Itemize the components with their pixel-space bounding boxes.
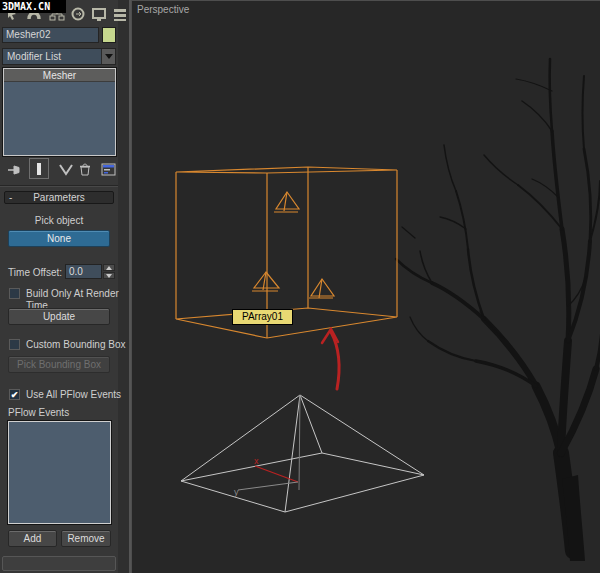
spinner-up-button[interactable] — [103, 264, 115, 271]
pick-bounding-box-button[interactable]: Pick Bounding Box — [8, 356, 110, 373]
spinner-down-button[interactable] — [103, 272, 115, 279]
axis-x-label: x — [254, 456, 259, 466]
pyramid-object[interactable] — [181, 395, 424, 512]
object-name-tooltip: PArray01 — [232, 309, 293, 325]
rollout-title: Parameters — [33, 192, 85, 203]
command-panel: 3DMAX.CN Mesher02 Modifier List — [0, 0, 131, 573]
panel-separator — [0, 185, 118, 187]
modifier-list-label: Modifier List — [7, 51, 61, 62]
custom-bounding-box-checkbox[interactable] — [9, 339, 20, 350]
utilities-tab-icon[interactable] — [111, 5, 128, 22]
display-tab-icon[interactable] — [90, 5, 107, 22]
perspective-viewport[interactable]: x y Perspective PArray01 — [131, 0, 600, 573]
make-unique-icon[interactable] — [57, 160, 75, 178]
modifier-stack-toolbar — [0, 158, 118, 180]
modifier-stack-item[interactable]: Mesher — [4, 69, 115, 82]
modifier-stack-list[interactable]: Mesher — [3, 68, 116, 156]
use-all-pflow-label: Use All PFlow Events — [26, 389, 121, 401]
object-name-field[interactable]: Mesher02 — [2, 27, 99, 43]
pin-stack-icon[interactable] — [5, 160, 23, 178]
panel-right-strip — [118, 0, 129, 573]
motion-tab-icon[interactable] — [69, 5, 86, 22]
particle-tetra-2 — [252, 272, 279, 291]
pick-object-label: Pick object — [0, 215, 118, 227]
axis-gizmo: x y — [234, 456, 298, 497]
dropdown-arrow-button[interactable] — [101, 49, 115, 64]
triangle-up-icon — [106, 266, 112, 270]
remove-modifier-icon[interactable] — [76, 160, 94, 178]
particle-tetra-3 — [309, 279, 334, 298]
viewport-canvas: x y — [132, 1, 600, 573]
chevron-down-icon — [105, 54, 113, 59]
update-button[interactable]: Update — [8, 308, 110, 325]
object-color-swatch[interactable] — [102, 27, 116, 43]
viewport-label[interactable]: Perspective — [137, 4, 189, 15]
parameters-rollout-header[interactable]: - Parameters — [4, 191, 114, 204]
red-arrow-annotation — [322, 329, 339, 389]
axis-y-label: y — [234, 487, 239, 497]
rollout-collapse-glyph: - — [9, 192, 12, 203]
3dsmax-window: 3DMAX.CN Mesher02 Modifier List — [0, 0, 600, 573]
remove-button[interactable]: Remove — [61, 530, 111, 547]
pick-object-none-button[interactable]: None — [8, 230, 110, 247]
time-offset-input[interactable]: 0.0 — [65, 264, 102, 279]
triangle-down-icon — [106, 274, 112, 278]
pflow-events-label: PFlow Events — [8, 407, 69, 419]
build-only-checkbox[interactable] — [9, 288, 20, 299]
modifier-list-dropdown[interactable]: Modifier List — [2, 48, 116, 65]
watermark-text: 3DMAX.CN — [0, 0, 66, 13]
time-offset-label: Time Offset: — [0, 267, 62, 279]
panel-bottom-bar — [2, 556, 116, 571]
custom-bounding-box-label: Custom Bounding Box — [26, 339, 126, 351]
configure-modifier-sets-icon[interactable] — [99, 160, 117, 178]
particle-tetra-1 — [274, 192, 299, 212]
show-end-result-icon[interactable] — [29, 158, 49, 179]
pflow-events-list[interactable] — [8, 421, 111, 524]
checkmark-icon: ✔ — [11, 390, 19, 400]
add-button[interactable]: Add — [8, 530, 57, 547]
time-offset-spinner[interactable] — [103, 264, 115, 279]
tree-object[interactable] — [396, 59, 600, 561]
use-all-pflow-checkbox[interactable]: ✔ — [9, 389, 20, 400]
